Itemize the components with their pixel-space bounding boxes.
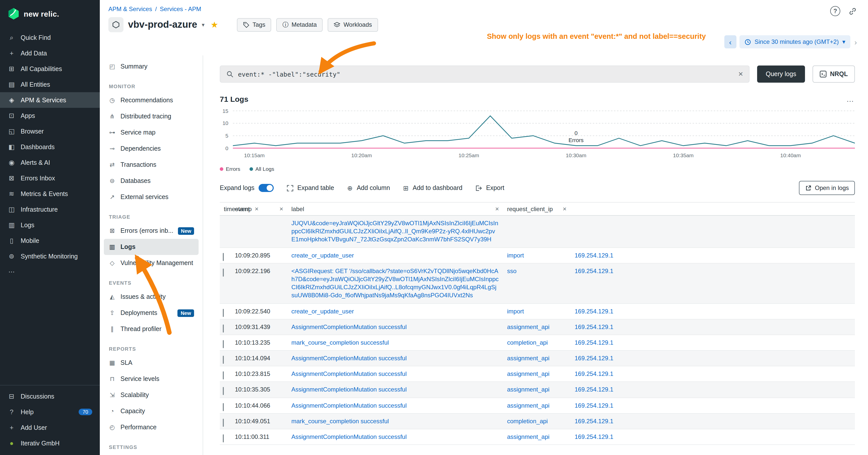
- cell-label[interactable]: assignment_api: [503, 398, 570, 413]
- time-range-button[interactable]: Since 30 minutes ago (GMT+2) ▾: [740, 35, 850, 48]
- cell-request-client-ip[interactable]: 169.254.129.1: [570, 303, 855, 319]
- entity-dropdown-caret-icon[interactable]: ▾: [202, 22, 205, 28]
- row-select-icon[interactable]: [223, 268, 224, 277]
- log-row[interactable]: 10:10:13.235 mark_course_completion succ…: [220, 335, 855, 351]
- column-header-label[interactable]: label ×: [287, 202, 503, 215]
- add-column-button[interactable]: ⊕ Add column: [347, 184, 390, 192]
- log-row[interactable]: 10:09:22.196 <ASGIRequest: GET '/sso/cal…: [220, 263, 855, 304]
- log-row[interactable]: 10:10:14.094 AssignmentCompletionMutatio…: [220, 351, 855, 366]
- row-select-icon[interactable]: [223, 340, 224, 348]
- cell-event[interactable]: AssignmentCompletionMutation successful: [287, 319, 503, 334]
- log-row[interactable]: 10:09:31.439 AssignmentCompletionMutatio…: [220, 319, 855, 335]
- cell-event[interactable]: AssignmentCompletionMutation successful: [287, 429, 503, 445]
- sidebar-item-infrastructure[interactable]: ◫ Infrastructure: [0, 201, 100, 217]
- cell-label[interactable]: assignment_api: [503, 429, 570, 445]
- query-logs-button[interactable]: Query logs: [757, 65, 805, 83]
- row-select-icon[interactable]: [223, 308, 224, 317]
- subnav-item-thread-profiler[interactable]: ∥ Thread profiler: [104, 321, 198, 337]
- subnav-item-external-services[interactable]: ↗ External services: [104, 189, 198, 205]
- metadata-button[interactable]: ⓘ Metadata: [277, 18, 323, 32]
- cell-event[interactable]: create_or_update_user: [287, 248, 503, 263]
- cell-request-client-ip[interactable]: 169.254.129.1: [570, 248, 855, 263]
- column-header-request_client_ip[interactable]: request_client_ip ×: [503, 202, 570, 215]
- subnav-item-vulnerability-management[interactable]: ◇ Vulnerability Management: [104, 255, 198, 271]
- help-icon[interactable]: ?: [830, 6, 840, 16]
- subnav-item-capacity[interactable]: ◔ Capacity: [104, 403, 198, 419]
- cell-event[interactable]: JUQVU&code=eyJraWQiOiJjcGltY29yZV8wOTl1M…: [287, 216, 503, 247]
- sidebar-item-errors-inbox[interactable]: ⊠ Errors Inbox: [0, 170, 100, 186]
- sidebar-item-logs[interactable]: ▥ Logs: [0, 217, 100, 233]
- workloads-button[interactable]: Workloads: [328, 18, 378, 32]
- cell-label[interactable]: assignment_api: [503, 319, 570, 334]
- subnav-item-logs[interactable]: ▥ Logs: [104, 239, 198, 255]
- row-select-icon[interactable]: [223, 434, 224, 443]
- cell-event[interactable]: mark_course_completion successful: [287, 414, 503, 429]
- cell-request-client-ip[interactable]: 169.254.129.1: [570, 414, 855, 429]
- subnav-item-summary[interactable]: ◰ Summary: [104, 59, 198, 74]
- cell-request-client-ip[interactable]: 169.254.129.1: [570, 429, 855, 445]
- sidebar-item-all-entities[interactable]: ▤ All Entities: [0, 76, 100, 92]
- cell-request-client-ip[interactable]: 169.254.129.1: [570, 335, 855, 350]
- sidebar-item-add-data[interactable]: + Add Data: [0, 45, 100, 61]
- cell-request-client-ip[interactable]: 169.254.129.1: [570, 351, 855, 366]
- subnav-item-sla[interactable]: ▦ SLA: [104, 355, 198, 371]
- sidebar-item-more[interactable]: ⋯: [0, 264, 100, 280]
- log-row[interactable]: 10:10:35.305 AssignmentCompletionMutatio…: [220, 382, 855, 398]
- subnav-item-performance[interactable]: ◴ Performance: [104, 419, 198, 435]
- chart-plot-area[interactable]: 0 Errors: [233, 108, 855, 151]
- cell-label[interactable]: assignment_api: [503, 366, 570, 382]
- sidebar-item-quick-find[interactable]: ⌕ Quick Find: [0, 30, 100, 45]
- log-row[interactable]: 10:09:22.540 create_or_update_user impor…: [220, 303, 855, 319]
- cell-request-client-ip[interactable]: 169.254.129.1: [570, 398, 855, 413]
- log-query-input[interactable]: event:* -"label":"security" ×: [220, 65, 749, 83]
- sidebar-footer-item-account[interactable]: ● Iterativ GmbH: [0, 435, 100, 451]
- sidebar-item-mobile[interactable]: ▯ Mobile: [0, 233, 100, 249]
- sidebar-item-browser[interactable]: ◱ Browser: [0, 124, 100, 139]
- cell-event[interactable]: mark_course_completion successful: [287, 335, 503, 350]
- legend-item-All Logs[interactable]: All Logs: [249, 166, 274, 172]
- subnav-item-distributed-tracing[interactable]: ⋔ Distributed tracing: [104, 108, 198, 125]
- cell-label[interactable]: completion_api: [503, 414, 570, 429]
- subnav-item-scalability[interactable]: ⇲ Scalability: [104, 387, 198, 403]
- expand-logs-switch[interactable]: [258, 184, 274, 192]
- breadcrumb-apm-services[interactable]: APM & Services: [108, 5, 152, 12]
- sidebar-footer-item-discussions[interactable]: ⊟ Discussions: [0, 389, 100, 404]
- subnav-item-dependencies[interactable]: ⊸ Dependencies: [104, 140, 198, 157]
- subnav-item-deployments[interactable]: ⇪ Deployments New: [104, 305, 198, 321]
- row-select-icon[interactable]: [223, 419, 224, 427]
- subnav-item-service-map[interactable]: ⊶ Service map: [104, 125, 198, 140]
- cell-label[interactable]: assignment_api: [503, 351, 570, 366]
- row-select-icon[interactable]: [223, 253, 224, 261]
- log-row[interactable]: 10:10:44.066 AssignmentCompletionMutatio…: [220, 398, 855, 414]
- tags-button[interactable]: Tags: [237, 18, 272, 32]
- cell-request-client-ip[interactable]: 169.254.129.1: [570, 366, 855, 382]
- cell-request-client-ip[interactable]: 169.254.129.1: [570, 319, 855, 334]
- subnav-item-transactions[interactable]: ⇄ Transactions: [104, 157, 198, 173]
- permalink-icon[interactable]: [848, 7, 857, 15]
- sidebar-item-alerts-ai[interactable]: ◉ Alerts & AI: [0, 155, 100, 170]
- sidebar-footer-item-add-user[interactable]: + Add User: [0, 420, 100, 435]
- clear-query-icon[interactable]: ×: [739, 69, 743, 78]
- open-in-logs-button[interactable]: Open in logs: [799, 181, 855, 195]
- cell-request-client-ip[interactable]: [570, 216, 855, 247]
- cell-event[interactable]: AssignmentCompletionMutation successful: [287, 366, 503, 382]
- sidebar-item-metrics-events[interactable]: ≋ Metrics & Events: [0, 186, 100, 201]
- breadcrumb-services-apm[interactable]: Services - APM: [160, 5, 201, 12]
- remove-column-icon[interactable]: ×: [563, 205, 566, 213]
- subnav-item-service-levels[interactable]: ⊓ Service levels: [104, 371, 198, 387]
- favorite-star-icon[interactable]: ★: [211, 20, 218, 30]
- cell-event[interactable]: <ASGIRequest: GET '/sso/callback/?state=…: [287, 263, 503, 303]
- cell-label[interactable]: [503, 216, 570, 247]
- log-row[interactable]: 10:10:49.051 mark_course_completion succ…: [220, 414, 855, 429]
- time-back-button[interactable]: ‹: [724, 35, 737, 48]
- cell-request-client-ip[interactable]: 169.254.129.1: [570, 263, 855, 303]
- log-row[interactable]: 10:11:00.311 AssignmentCompletionMutatio…: [220, 429, 855, 445]
- cell-label[interactable]: import: [503, 303, 570, 319]
- row-select-icon[interactable]: [223, 324, 224, 332]
- cell-label[interactable]: assignment_api: [503, 382, 570, 397]
- subnav-item-databases[interactable]: ⊜ Databases: [104, 173, 198, 189]
- nrql-button[interactable]: NRQL: [812, 65, 855, 83]
- sidebar-item-all-capabilities[interactable]: ⊞ All Capabilities: [0, 61, 100, 76]
- sidebar-item-synthetic-monitoring[interactable]: ⊚ Synthetic Monitoring: [0, 249, 100, 264]
- new-relic-logo[interactable]: new relic.: [0, 0, 100, 27]
